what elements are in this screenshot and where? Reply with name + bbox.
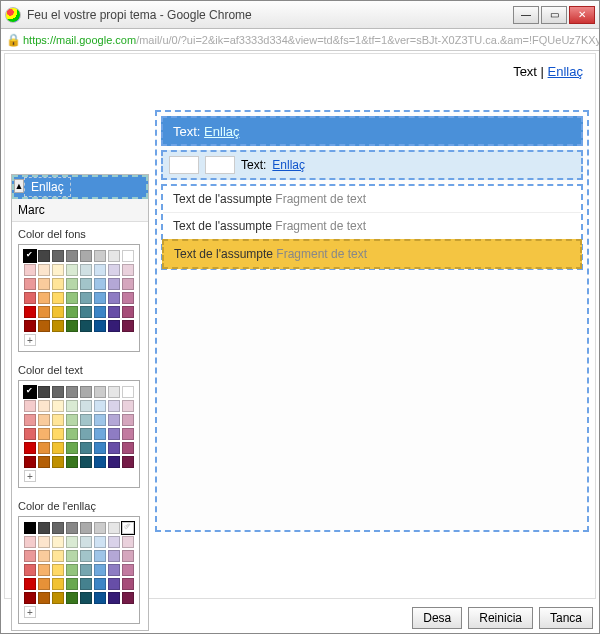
color-swatch[interactable]: [94, 264, 106, 276]
color-swatch[interactable]: [122, 264, 134, 276]
color-swatch[interactable]: [108, 522, 120, 534]
color-swatch[interactable]: [108, 442, 120, 454]
color-swatch[interactable]: [66, 250, 78, 262]
save-button[interactable]: Desa: [412, 607, 462, 629]
color-swatch[interactable]: [24, 306, 36, 318]
color-swatch[interactable]: [24, 264, 36, 276]
color-swatch[interactable]: [108, 278, 120, 290]
toolbar-button-2[interactable]: [205, 156, 235, 174]
color-swatch[interactable]: [80, 592, 92, 604]
toolbar-button-1[interactable]: [169, 156, 199, 174]
maximize-button[interactable]: ▭: [541, 6, 567, 24]
add-color-button[interactable]: +: [24, 470, 36, 482]
color-swatch[interactable]: [122, 428, 134, 440]
color-swatch[interactable]: [52, 536, 64, 548]
color-swatch[interactable]: [66, 442, 78, 454]
color-swatch[interactable]: [80, 564, 92, 576]
color-swatch[interactable]: [94, 414, 106, 426]
color-swatch[interactable]: [24, 550, 36, 562]
color-swatch[interactable]: [24, 456, 36, 468]
color-swatch[interactable]: [80, 414, 92, 426]
color-swatch[interactable]: [24, 278, 36, 290]
color-swatch[interactable]: [94, 320, 106, 332]
color-swatch[interactable]: [24, 428, 36, 440]
color-swatch[interactable]: [38, 550, 50, 562]
color-swatch[interactable]: [24, 292, 36, 304]
add-color-button[interactable]: +: [24, 606, 36, 618]
color-swatch[interactable]: [24, 536, 36, 548]
color-swatch[interactable]: [24, 400, 36, 412]
color-swatch[interactable]: [38, 428, 50, 440]
color-swatch[interactable]: [38, 578, 50, 590]
color-swatch[interactable]: [66, 278, 78, 290]
color-swatch[interactable]: [52, 292, 64, 304]
color-swatch[interactable]: [108, 564, 120, 576]
color-swatch[interactable]: [122, 400, 134, 412]
color-swatch[interactable]: [80, 278, 92, 290]
color-swatch[interactable]: [80, 400, 92, 412]
color-swatch[interactable]: [80, 264, 92, 276]
color-swatch[interactable]: [24, 250, 36, 262]
color-swatch[interactable]: [94, 306, 106, 318]
color-swatch[interactable]: [24, 320, 36, 332]
preview-header-link[interactable]: Enllaç: [204, 124, 239, 139]
color-swatch[interactable]: [66, 400, 78, 412]
color-swatch[interactable]: [52, 414, 64, 426]
color-swatch[interactable]: [66, 306, 78, 318]
color-swatch[interactable]: [52, 578, 64, 590]
color-swatch[interactable]: [38, 250, 50, 262]
color-swatch[interactable]: [38, 320, 50, 332]
color-swatch[interactable]: [52, 442, 64, 454]
color-swatch[interactable]: [80, 306, 92, 318]
color-swatch[interactable]: [52, 400, 64, 412]
list-item-selected[interactable]: Text de l'assumpte Fragment de text: [162, 239, 582, 269]
color-swatch[interactable]: [122, 292, 134, 304]
color-swatch[interactable]: [108, 592, 120, 604]
color-swatch[interactable]: [38, 564, 50, 576]
color-swatch[interactable]: [38, 414, 50, 426]
color-swatch[interactable]: [94, 400, 106, 412]
color-swatch[interactable]: [38, 292, 50, 304]
color-swatch[interactable]: [80, 292, 92, 304]
color-swatch[interactable]: [52, 592, 64, 604]
color-swatch[interactable]: [80, 536, 92, 548]
color-swatch[interactable]: [66, 414, 78, 426]
color-swatch[interactable]: [24, 442, 36, 454]
color-swatch[interactable]: [122, 536, 134, 548]
color-swatch[interactable]: [94, 578, 106, 590]
color-swatch[interactable]: [66, 578, 78, 590]
color-swatch[interactable]: [80, 456, 92, 468]
color-swatch[interactable]: [66, 550, 78, 562]
color-swatch[interactable]: [122, 442, 134, 454]
color-swatch[interactable]: [122, 550, 134, 562]
color-swatch[interactable]: [122, 250, 134, 262]
color-swatch[interactable]: [108, 292, 120, 304]
color-swatch[interactable]: [108, 428, 120, 440]
color-swatch[interactable]: [52, 386, 64, 398]
color-swatch[interactable]: [66, 564, 78, 576]
collapse-icon[interactable]: ▲: [14, 179, 24, 193]
color-swatch[interactable]: [80, 428, 92, 440]
color-swatch[interactable]: [122, 278, 134, 290]
color-swatch[interactable]: [108, 550, 120, 562]
top-link[interactable]: Enllaç: [548, 64, 583, 79]
color-swatch[interactable]: [94, 292, 106, 304]
color-swatch[interactable]: [108, 578, 120, 590]
color-swatch[interactable]: [94, 550, 106, 562]
color-swatch[interactable]: [38, 400, 50, 412]
color-swatch[interactable]: [108, 264, 120, 276]
color-swatch[interactable]: [24, 522, 36, 534]
color-swatch[interactable]: [52, 522, 64, 534]
color-swatch[interactable]: [38, 306, 50, 318]
sidebar-tab[interactable]: ▲ Enllaç: [12, 175, 148, 199]
color-swatch[interactable]: [66, 428, 78, 440]
close-window-button[interactable]: ✕: [569, 6, 595, 24]
color-swatch[interactable]: [94, 522, 106, 534]
color-swatch[interactable]: [94, 386, 106, 398]
color-swatch[interactable]: [52, 264, 64, 276]
color-swatch[interactable]: [38, 386, 50, 398]
color-swatch[interactable]: [66, 264, 78, 276]
color-swatch[interactable]: [38, 456, 50, 468]
color-swatch[interactable]: [38, 442, 50, 454]
color-swatch[interactable]: [80, 578, 92, 590]
